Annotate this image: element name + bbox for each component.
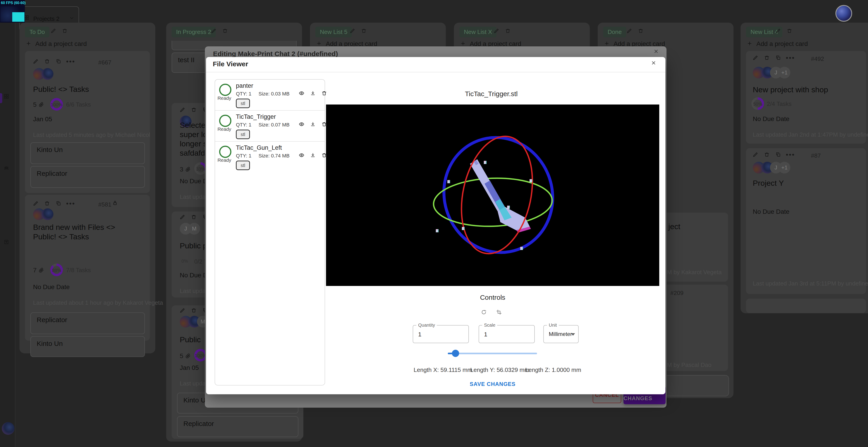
delete-column-icon[interactable] — [222, 28, 229, 35]
machine-card[interactable]: Kinto Un Nimbus | Flying — [30, 336, 145, 357]
edit-card-icon[interactable] — [753, 55, 759, 61]
edit-column-icon[interactable] — [350, 28, 356, 35]
close-icon[interactable] — [653, 48, 661, 57]
edit-card-icon[interactable] — [180, 308, 186, 314]
card-id: #667 — [98, 59, 112, 66]
gizmo-ring-blue[interactable] — [428, 122, 569, 268]
edit-card-icon[interactable] — [753, 152, 759, 158]
scale-field[interactable]: Scale 1 — [478, 325, 535, 343]
delete-column-icon[interactable] — [505, 28, 512, 35]
delete-file-icon[interactable] — [321, 91, 329, 98]
delete-column-icon[interactable] — [638, 28, 645, 35]
printer-icon[interactable] — [4, 239, 12, 247]
edit-column-icon[interactable] — [211, 28, 218, 35]
close-icon[interactable] — [651, 60, 659, 68]
delete-card-icon[interactable] — [191, 214, 197, 220]
project-card[interactable]: ••• #581 Brand new with Files <> Public!… — [25, 195, 150, 341]
tasks-count: 7/8 Tasks — [66, 267, 91, 274]
project-card[interactable]: ••• #492 J +1 New project with shop 50% … — [746, 51, 866, 144]
project-card[interactable]: ••• #87 J +1 Project Y No Due Date Last … — [746, 148, 866, 294]
scale-slider[interactable] — [448, 350, 537, 357]
avatar[interactable] — [42, 208, 54, 220]
card-id: #209 — [670, 289, 683, 297]
stl-3d-viewport[interactable] — [326, 104, 659, 286]
dashboard-icon[interactable] — [4, 94, 12, 102]
avatar[interactable]: +1 — [779, 67, 790, 78]
delete-card-icon[interactable] — [191, 107, 197, 113]
user-avatar[interactable] — [835, 5, 852, 22]
delete-card-icon[interactable] — [44, 59, 51, 65]
project-card-partial[interactable] — [746, 299, 866, 313]
slider-track[interactable] — [448, 353, 537, 354]
plus-icon — [604, 41, 610, 47]
delete-column-icon[interactable] — [787, 28, 794, 35]
file-qty: QTY: 1 — [236, 91, 251, 97]
file-row[interactable]: Ready TicTac_Gun_Left QTY: 1 Size: 0.74 … — [215, 142, 324, 172]
download-file-icon[interactable] — [310, 91, 317, 98]
more-options-icon[interactable]: ••• — [66, 200, 75, 207]
download-file-icon[interactable] — [310, 122, 317, 129]
edit-card-icon[interactable] — [33, 59, 39, 65]
slider-thumb[interactable] — [452, 350, 459, 357]
copy-card-icon[interactable] — [775, 152, 782, 158]
progress-percent: 100% — [50, 102, 63, 107]
unit-select[interactable]: Unit Millimeter — [544, 325, 579, 343]
users-icon[interactable] — [4, 166, 12, 174]
project-card[interactable]: ••• #667 Public! <> Tasks 5 100% 6/6 Tas… — [25, 51, 150, 193]
more-options-icon[interactable]: ••• — [786, 54, 795, 62]
machine-card[interactable]: Kinto Un Nimbus | Flying — [30, 142, 145, 164]
crop-icon[interactable] — [496, 309, 505, 318]
avatar[interactable]: +1 — [779, 162, 790, 173]
column-title-chip: Done — [603, 27, 626, 37]
avatar[interactable]: M — [188, 223, 200, 235]
add-project-card-button[interactable]: Add a project card — [747, 40, 808, 47]
delete-column-icon[interactable] — [361, 28, 368, 35]
edit-card-icon[interactable] — [180, 107, 186, 113]
delete-card-icon[interactable] — [191, 308, 197, 314]
delete-card-icon[interactable] — [764, 152, 770, 158]
sidebar-avatar[interactable] — [2, 422, 14, 435]
copy-card-icon[interactable] — [775, 55, 782, 61]
edit-card-icon[interactable] — [180, 214, 186, 220]
file-row[interactable]: Ready TicTac_Trigger QTY: 1 Size: 0.07 M… — [215, 111, 324, 141]
scale-value: 1 — [484, 331, 487, 338]
file-row[interactable]: Ready panter QTY: 1 Size: 0.03 MB stl — [215, 80, 324, 110]
status-circle-icon — [219, 115, 231, 127]
more-options-icon[interactable]: ••• — [66, 58, 75, 65]
copy-card-icon[interactable] — [56, 59, 62, 65]
card-title: Public — [180, 335, 201, 344]
download-file-icon[interactable] — [310, 152, 317, 160]
delete-column-icon[interactable] — [62, 28, 69, 35]
more-options-icon[interactable]: ••• — [786, 151, 795, 159]
paperclip-icon — [38, 267, 44, 273]
quantity-value: 1 — [418, 331, 421, 338]
avatar[interactable] — [42, 68, 54, 80]
stl-model[interactable] — [470, 159, 531, 233]
due-date: Jan 05 — [33, 115, 52, 123]
edit-column-icon[interactable] — [51, 28, 58, 35]
progress-percent: 50% — [751, 102, 764, 107]
edit-column-icon[interactable] — [775, 28, 782, 35]
edit-column-icon[interactable] — [627, 28, 633, 35]
preview-file-icon[interactable] — [299, 91, 306, 98]
card-title-fragment: ject — [668, 222, 680, 231]
quantity-field[interactable]: Quantity 1 — [413, 325, 469, 343]
card-title: Public! <> Tasks — [33, 232, 89, 241]
machine-card[interactable]: Replicator Anycubic Photon M3 Plus | SLA — [30, 166, 145, 188]
copy-card-icon[interactable] — [56, 201, 62, 207]
edit-column-icon[interactable] — [494, 28, 501, 35]
file-size: Size: 0.03 MB — [258, 91, 289, 97]
delete-card-icon[interactable] — [44, 201, 51, 207]
card-id: #87 — [811, 152, 821, 159]
preview-file-icon[interactable] — [299, 152, 306, 160]
add-project-card-button[interactable]: Add a project card — [26, 40, 87, 47]
delete-card-icon[interactable] — [764, 55, 770, 61]
edit-card-icon[interactable] — [33, 201, 39, 207]
rotate-icon[interactable] — [481, 309, 490, 318]
modal-save-changes-button[interactable]: SAVE CHANGES — [457, 381, 529, 387]
chevron-down-icon — [69, 15, 75, 22]
column-title-chip: New List X — [459, 27, 496, 37]
preview-file-icon[interactable] — [299, 122, 306, 129]
machine-card[interactable]: Replicator Anycubic Photon M3 Plus | SLA — [30, 312, 145, 334]
machine-card[interactable]: Replicator Anycubic Photon M3 Plus | SLA — [177, 416, 299, 437]
